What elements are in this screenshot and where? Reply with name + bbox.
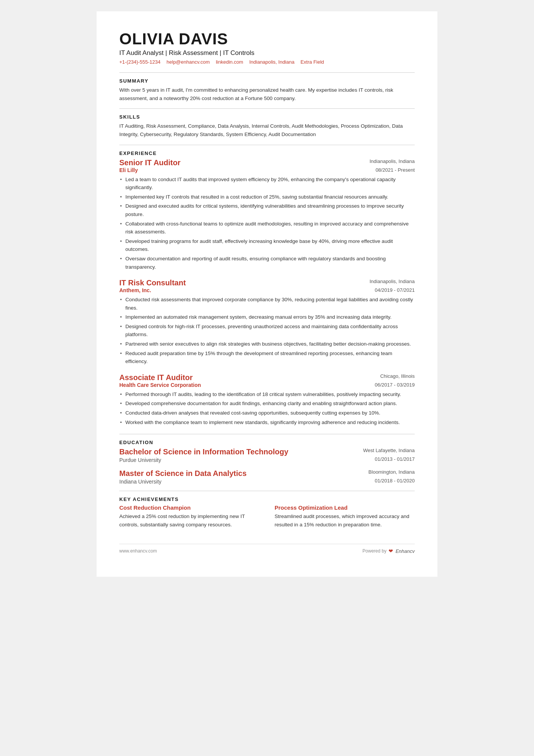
summary-section: SUMMARY With over 5 years in IT audit, I…	[119, 78, 415, 102]
exp-bullets-1: Conducted risk assessments that improved…	[119, 296, 415, 366]
edu-degree-0: Bachelor of Science in Information Techn…	[119, 448, 288, 456]
bullet: Developed comprehensive documentation fo…	[119, 399, 415, 408]
divider-summary	[119, 72, 415, 73]
edu-location-0: West Lafayette, Indiana	[363, 448, 415, 453]
exp-date-2: 06/2017 - 03/2019	[375, 382, 415, 390]
divider-experience	[119, 145, 415, 145]
exp-sub-0: Eli Lilly 08/2021 - Present	[119, 167, 415, 175]
exp-item-2: Associate IT Auditor Chicago, Illinois H…	[119, 373, 415, 426]
footer: www.enhancv.com Powered by ❤ Enhancv	[119, 544, 415, 554]
edu-date-1: 01/2018 - 01/2020	[375, 478, 415, 485]
exp-title-0: Senior IT Auditor	[119, 158, 180, 167]
bullet: Designed and executed audits for critica…	[119, 202, 415, 218]
exp-header-0: Senior IT Auditor Indianapolis, Indiana	[119, 158, 415, 167]
brand-name: Enhancv	[395, 548, 415, 554]
edu-sub-1: Indiana University 01/2018 - 01/2020	[119, 478, 415, 485]
exp-company-1: Anthem, Inc.	[119, 287, 151, 293]
experience-label: EXPERIENCE	[119, 150, 415, 156]
summary-text: With over 5 years in IT audit, I'm commi…	[119, 86, 415, 102]
divider-skills	[119, 108, 415, 109]
contact-phone: +1-(234)-555-1234	[119, 59, 161, 65]
exp-sub-2: Health Care Service Corporation 06/2017 …	[119, 382, 415, 390]
achievements-grid: Cost Reduction Champion Achieved a 25% c…	[119, 504, 415, 529]
header: OLIVIA DAVIS IT Audit Analyst | Risk Ass…	[119, 30, 415, 65]
bullet: Performed thorough IT audits, leading to…	[119, 390, 415, 399]
summary-label: SUMMARY	[119, 78, 415, 84]
bullet: Partnered with senior executives to alig…	[119, 340, 415, 348]
achievement-text-0: Achieved a 25% cost reduction by impleme…	[119, 512, 259, 529]
divider-achievements	[119, 491, 415, 491]
skills-text: IT Auditing, Risk Assessment, Compliance…	[119, 122, 415, 138]
achievements-label: KEY ACHIEVEMENTS	[119, 496, 415, 502]
divider-education	[119, 434, 415, 434]
powered-by-label: Powered by	[362, 548, 386, 554]
exp-company-2: Health Care Service Corporation	[119, 382, 201, 388]
footer-url: www.enhancv.com	[119, 548, 157, 554]
achievements-section: KEY ACHIEVEMENTS Cost Reduction Champion…	[119, 496, 415, 529]
bullet: Implemented key IT controls that resulte…	[119, 193, 415, 201]
bullet: Worked with the compliance team to imple…	[119, 418, 415, 427]
exp-location-1: Indianapolis, Indiana	[370, 279, 415, 284]
exp-date-1: 04/2019 - 07/2021	[375, 287, 415, 296]
bullet: Led a team to conduct IT audits that imp…	[119, 175, 415, 192]
exp-location-2: Chicago, Illinois	[380, 373, 415, 379]
footer-right: Powered by ❤ Enhancv	[362, 548, 415, 554]
heart-icon: ❤	[389, 548, 393, 554]
edu-date-0: 01/2013 - 01/2017	[375, 456, 415, 463]
skills-section: SKILLS IT Auditing, Risk Assessment, Com…	[119, 114, 415, 138]
contact-line: +1-(234)-555-1234 help@enhancv.com linke…	[119, 59, 415, 65]
bullet: Implemented an automated risk management…	[119, 313, 415, 321]
bullet: Developed training programs for audit st…	[119, 237, 415, 254]
bullet: Reduced audit preparation time by 15% th…	[119, 349, 415, 366]
bullet: Oversaw documentation and reporting of a…	[119, 255, 415, 271]
edu-item-0: Bachelor of Science in Information Techn…	[119, 448, 415, 463]
achievement-1: Process Optimization Lead Streamlined au…	[275, 504, 415, 529]
exp-title-1: IT Risk Consultant	[119, 279, 186, 287]
education-label: EDUCATION	[119, 440, 415, 445]
edu-location-1: Bloomington, Indiana	[368, 469, 415, 475]
bullet: Collaborated with cross-functional teams…	[119, 220, 415, 236]
edu-sub-0: Purdue University 01/2013 - 01/2017	[119, 456, 415, 463]
contact-location: Indianapolis, Indiana	[249, 59, 294, 65]
candidate-title: IT Audit Analyst | Risk Assessment | IT …	[119, 49, 415, 57]
exp-date-0: 08/2021 - Present	[376, 167, 415, 175]
bullet: Conducted risk assessments that improved…	[119, 296, 415, 312]
edu-item-1: Master of Science in Data Analytics Bloo…	[119, 469, 415, 485]
exp-bullets-2: Performed thorough IT audits, leading to…	[119, 390, 415, 426]
exp-location-0: Indianapolis, Indiana	[370, 158, 415, 164]
exp-item-1: IT Risk Consultant Indianapolis, Indiana…	[119, 279, 415, 366]
achievement-text-1: Streamlined audit processes, which impro…	[275, 512, 415, 529]
achievement-title-0: Cost Reduction Champion	[119, 504, 259, 511]
skills-label: SKILLS	[119, 114, 415, 120]
bullet: Conducted data-driven analyses that reve…	[119, 409, 415, 417]
edu-school-1: Indiana University	[119, 479, 161, 485]
exp-header-1: IT Risk Consultant Indianapolis, Indiana	[119, 279, 415, 287]
achievement-title-1: Process Optimization Lead	[275, 504, 415, 511]
exp-title-2: Associate IT Auditor	[119, 373, 193, 382]
exp-item-0: Senior IT Auditor Indianapolis, Indiana …	[119, 158, 415, 271]
contact-linkedin: linkedin.com	[216, 59, 243, 65]
candidate-name: OLIVIA DAVIS	[119, 30, 415, 48]
exp-bullets-0: Led a team to conduct IT audits that imp…	[119, 175, 415, 271]
edu-school-0: Purdue University	[119, 457, 161, 463]
contact-extra: Extra Field	[300, 59, 324, 65]
exp-header-2: Associate IT Auditor Chicago, Illinois	[119, 373, 415, 382]
education-section: EDUCATION Bachelor of Science in Informa…	[119, 440, 415, 485]
edu-degree-1: Master of Science in Data Analytics	[119, 469, 247, 478]
exp-company-0: Eli Lilly	[119, 167, 138, 173]
exp-sub-1: Anthem, Inc. 04/2019 - 07/2021	[119, 287, 415, 296]
experience-section: EXPERIENCE Senior IT Auditor Indianapoli…	[119, 150, 415, 427]
contact-email: help@enhancv.com	[167, 59, 210, 65]
resume-page: OLIVIA DAVIS IT Audit Analyst | Risk Ass…	[97, 11, 437, 577]
edu-header-1: Master of Science in Data Analytics Bloo…	[119, 469, 415, 478]
achievement-0: Cost Reduction Champion Achieved a 25% c…	[119, 504, 259, 529]
bullet: Designed controls for high-risk IT proce…	[119, 322, 415, 339]
edu-header-0: Bachelor of Science in Information Techn…	[119, 448, 415, 456]
